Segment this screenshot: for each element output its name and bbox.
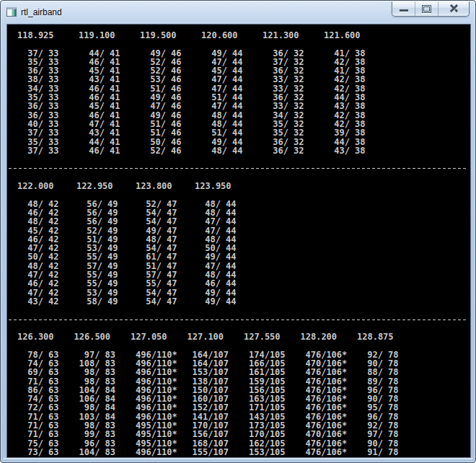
terminal-screen: 118.925119.100119.500120.600121.300121.6…	[7, 25, 470, 457]
signal-noise-cell: 47/ 44	[200, 217, 259, 226]
terminal-line	[17, 155, 470, 164]
signal-noise-cell: 170/105	[249, 430, 306, 439]
console-window-icon-glyph	[6, 7, 17, 17]
frequency-header: 122.000	[17, 182, 76, 191]
app-window: rtl_airband 118.925119.100119.500120.600…	[0, 0, 476, 463]
frequency-header: 128.200	[301, 332, 358, 342]
signal-noise-cell: 161/105	[249, 368, 306, 377]
signal-row: 71/ 63 99/ 83495/110*156/107170/105470/1…	[17, 430, 470, 438]
signal-noise-cell: 35/ 32	[268, 128, 329, 138]
signal-noise-cell: 47/ 44	[206, 102, 268, 111]
maximize-square-icon	[422, 5, 431, 13]
minimize-button[interactable]	[392, 1, 415, 16]
section-separator	[17, 315, 470, 324]
signal-row: 50/ 42 55/ 49 61/ 47 49/ 44	[17, 252, 470, 261]
signal-noise-cell: 43/ 38	[329, 146, 390, 156]
signal-noise-cell: 58/ 49	[81, 297, 141, 307]
signal-noise-cell: 495/110*	[136, 430, 193, 439]
signal-noise-cell: 56/ 49	[81, 217, 141, 226]
frequency-header: 118.925	[17, 31, 79, 40]
signal-row: 36/ 33 45/ 41 47/ 46 47/ 44 33/ 32 43/ 3…	[17, 102, 470, 110]
signal-row: 35/ 33 44/ 41 50/ 46 49/ 44 36/ 32 44/ 3…	[17, 138, 470, 146]
signal-noise-cell: 33/ 32	[268, 102, 329, 111]
signal-noise-cell: 476/106*	[306, 448, 363, 457]
signal-noise-cell: 48/ 42	[22, 217, 81, 226]
signal-row: 69/ 63 98/ 83496/110*153/107161/105476/1…	[17, 368, 470, 376]
signal-noise-cell: 36/ 33	[22, 102, 84, 111]
signal-noise-cell: 97/ 78	[362, 430, 419, 439]
signal-noise-cell: 156/107	[193, 430, 250, 439]
signal-noise-cell: 73/ 63	[22, 448, 79, 457]
frequency-header: 122.950	[76, 182, 136, 191]
signal-noise-cell: 52/ 46	[145, 146, 206, 156]
signal-noise-cell: 49/ 44	[200, 297, 259, 307]
section-separator	[17, 164, 470, 172]
console-window-icon[interactable]	[6, 6, 17, 18]
frequency-header: 127.550	[244, 332, 301, 342]
signal-noise-cell: 55/ 49	[81, 279, 141, 288]
signal-noise-cell: 51/ 44	[206, 128, 268, 138]
signal-noise-cell: 69/ 63	[22, 368, 79, 377]
signal-noise-cell: 45/ 41	[84, 102, 145, 111]
frequency-header: 119.500	[140, 31, 201, 40]
terminal-line	[17, 40, 470, 48]
frequency-header: 123.800	[136, 182, 195, 191]
signal-noise-cell: 88/ 78	[362, 368, 419, 377]
frequency-header: 121.600	[324, 31, 385, 40]
dashed-line	[9, 168, 467, 169]
signal-noise-cell: 39/ 38	[329, 128, 390, 138]
signal-noise-cell: 98/ 83	[79, 368, 136, 377]
signal-row: 37/ 33 43/ 41 51/ 46 51/ 44 35/ 32 39/ 3…	[17, 128, 470, 137]
signal-noise-cell: 46/ 44	[200, 279, 259, 288]
terminal-line	[17, 341, 470, 350]
signal-noise-cell: 496/110*	[136, 448, 193, 457]
signal-noise-cell: 55/ 47	[141, 279, 200, 288]
signal-noise-cell: 91/ 78	[362, 448, 419, 457]
signal-row: 38/ 33 43/ 41 53/ 46 47/ 44 33/ 32 42/ 3…	[17, 75, 470, 84]
signal-noise-cell: 54/ 47	[141, 217, 200, 226]
frequency-header-row: 122.000122.950123.800123.950	[17, 182, 470, 190]
signal-noise-cell: 476/106*	[306, 368, 363, 377]
minimize-bar-icon	[400, 9, 408, 12]
signal-noise-cell: 470/106*	[306, 430, 363, 439]
caption-buttons	[392, 1, 470, 17]
signal-row: 37/ 33 46/ 41 52/ 46 48/ 44 36/ 32 43/ 3…	[17, 146, 470, 155]
signal-row: 72/ 63 98/ 84496/110*152/107171/105476/1…	[17, 403, 470, 412]
signal-noise-cell: 37/ 33	[22, 146, 84, 156]
signal-noise-cell: 43/ 42	[22, 297, 81, 307]
frequency-header: 123.950	[195, 182, 254, 191]
signal-noise-cell: 71/ 63	[22, 430, 79, 439]
signal-noise-cell: 51/ 46	[145, 128, 206, 138]
signal-row: 43/ 42 58/ 49 54/ 47 49/ 44	[17, 297, 470, 306]
signal-noise-cell: 47/ 46	[145, 102, 206, 111]
frequency-header-row: 126.300126.500127.050127.100127.550128.2…	[17, 332, 470, 341]
frequency-header: 127.100	[188, 332, 244, 342]
signal-noise-cell: 46/ 41	[84, 146, 145, 156]
terminal-line	[17, 190, 470, 199]
frequency-header: 120.600	[201, 31, 263, 40]
frequency-header: 127.050	[131, 332, 188, 342]
titlebar[interactable]: rtl_airband	[1, 1, 475, 25]
signal-noise-cell: 46/ 42	[22, 279, 81, 288]
signal-row: 46/ 42 55/ 49 55/ 47 46/ 44	[17, 279, 470, 288]
frequency-header-row: 118.925119.100119.500120.600121.300121.6…	[17, 31, 470, 40]
signal-noise-cell: 48/ 44	[206, 146, 268, 156]
close-x-icon	[449, 4, 459, 13]
frequency-header: 126.300	[17, 332, 74, 342]
signal-noise-cell: 104/ 83	[79, 448, 136, 457]
frequency-header: 119.100	[79, 31, 140, 40]
close-button[interactable]	[438, 1, 469, 16]
signal-noise-cell: 54/ 47	[141, 297, 200, 307]
maximize-button[interactable]	[415, 1, 438, 16]
terminal-line	[17, 306, 470, 314]
frequency-header: 128.875	[357, 332, 414, 342]
frequency-header: 121.300	[263, 31, 324, 40]
signal-noise-cell: 43/ 41	[84, 128, 145, 138]
signal-noise-cell: 155/107	[193, 448, 250, 457]
signal-noise-cell: 36/ 32	[268, 146, 329, 156]
frequency-header: 126.500	[74, 332, 131, 342]
signal-noise-cell: 43/ 38	[329, 102, 390, 111]
signal-noise-cell: 99/ 83	[79, 430, 136, 439]
signal-noise-cell: 37/ 33	[22, 128, 84, 138]
window-title: rtl_airband	[21, 7, 62, 17]
